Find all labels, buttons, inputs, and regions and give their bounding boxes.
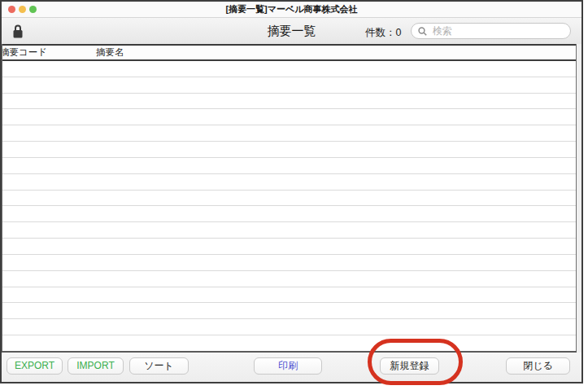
title-bar: [摘要一覧]マーベル商事株式会社 — [2, 2, 581, 18]
table-row — [2, 61, 576, 77]
app-window: [摘要一覧]マーベル商事株式会社 摘要一覧 件数：0 摘要コード 摘要名 EXP… — [0, 0, 583, 383]
table-row — [2, 255, 576, 271]
table-row — [2, 222, 576, 239]
table-row — [2, 142, 576, 158]
record-count: 件数：0 — [365, 26, 401, 40]
column-header-summary-code[interactable]: 摘要コード — [2, 46, 47, 59]
table-row — [2, 191, 576, 207]
table-row — [2, 109, 576, 125]
sort-button[interactable]: ソート — [129, 357, 189, 375]
table-row — [2, 125, 576, 142]
close-window-button[interactable] — [8, 6, 15, 13]
search-field[interactable] — [411, 23, 571, 39]
table-row — [2, 94, 576, 110]
table-row — [2, 319, 576, 335]
record-count-label: 件数： — [365, 27, 396, 38]
footer-bar: EXPORT IMPORT ソート 印刷 新規登録 閉じる — [2, 353, 581, 382]
column-header-summary-name[interactable]: 摘要名 — [96, 46, 124, 59]
summary-list-table: 摘要コード 摘要名 — [2, 44, 577, 351]
import-button[interactable]: IMPORT — [68, 357, 124, 375]
table-row — [2, 271, 576, 287]
table-body — [2, 61, 576, 351]
window-title: [摘要一覧]マーベル商事株式会社 — [2, 2, 581, 17]
table-row — [2, 77, 576, 94]
table-row — [2, 335, 576, 351]
traffic-lights — [8, 6, 37, 13]
table-row — [2, 303, 576, 319]
table-row — [2, 174, 576, 191]
record-count-value: 0 — [396, 27, 402, 38]
new-registration-button[interactable]: 新規登録 — [380, 357, 439, 375]
toolbar: 摘要一覧 件数：0 — [2, 18, 581, 44]
export-button[interactable]: EXPORT — [7, 357, 63, 375]
print-button[interactable]: 印刷 — [254, 357, 322, 375]
table-row — [2, 287, 576, 304]
table-row — [2, 206, 576, 222]
table-header-row: 摘要コード 摘要名 — [2, 44, 576, 61]
search-input[interactable] — [431, 24, 564, 37]
table-row — [2, 239, 576, 255]
close-button[interactable]: 閉じる — [506, 357, 570, 375]
table-row — [2, 158, 576, 174]
search-icon — [418, 27, 427, 36]
minimize-window-button[interactable] — [19, 6, 26, 13]
zoom-window-button[interactable] — [29, 6, 37, 13]
